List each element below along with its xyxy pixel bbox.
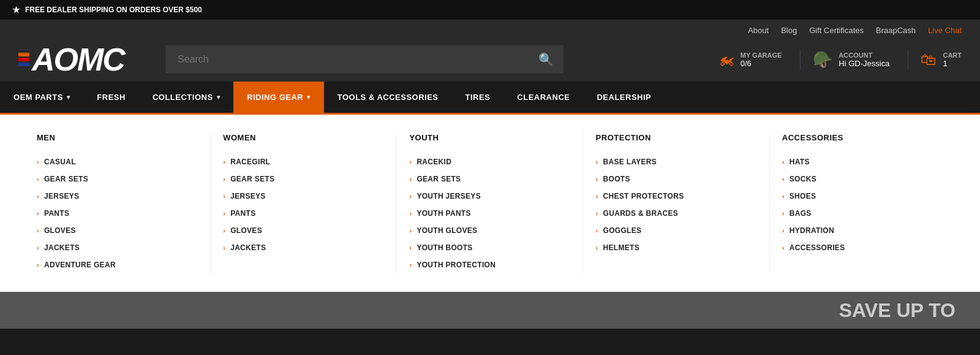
dropdown-item[interactable]: ›JERSEYS — [37, 188, 198, 205]
dropdown-item-label: RACEKID — [417, 158, 451, 166]
account-label: ACCOUNT — [839, 52, 889, 59]
nav-label-tools: TOOLS & ACCESSORIES — [337, 93, 439, 102]
dropdown-item-label: JERSEYS — [44, 192, 79, 200]
dropdown-item-label: YOUTH JERSEYS — [417, 192, 481, 200]
nav-item-tires[interactable]: TIRES — [452, 82, 504, 113]
dropdown-item-label: HYDRATION — [790, 226, 834, 235]
about-link[interactable]: About — [748, 26, 769, 35]
dropdown-col-accessories: ACCESSORIES›HATS›SOCKS›SHOES›BAGS›HYDRAT… — [770, 133, 956, 273]
account-icon: 🪖 — [813, 50, 832, 69]
dropdown-item[interactable]: ›SOCKS — [782, 170, 943, 188]
dropdown-item[interactable]: ›HELMETS — [596, 239, 757, 256]
dropdown-item[interactable]: ›GEAR SETS — [223, 170, 384, 188]
nav-item-dealership[interactable]: DEALERSHIP — [583, 82, 665, 113]
dropdown-item-label: BASE LAYERS — [603, 158, 657, 166]
main-nav: OEM PARTS ▾ FRESH COLLECTIONS ▾ RIDING G… — [0, 82, 980, 113]
dropdown-item-label: CHEST PROTECTORS — [603, 192, 684, 200]
star-icon: ★ — [12, 5, 20, 15]
chevron-right-icon: › — [409, 175, 412, 183]
nav-label-riding-gear: RIDING GEAR — [247, 93, 303, 102]
nav-label-tires: TIRES — [466, 93, 491, 102]
account-icon-item[interactable]: 🪖 ACCOUNT Hi GD-Jessica — [800, 50, 889, 69]
chevron-right-icon: › — [782, 210, 785, 217]
dropdown-col-title-youth: YOUTH — [409, 133, 570, 142]
dropdown-item[interactable]: ›JERSEYS — [223, 188, 384, 205]
dropdown-item[interactable]: ›JACKETS — [37, 239, 198, 256]
dropdown-item[interactable]: ›BAGS — [782, 205, 943, 222]
dropdown-item-label: JACKETS — [44, 243, 80, 252]
dropdown-item-label: YOUTH PANTS — [417, 209, 470, 218]
dropdown-item[interactable]: ›GUARDS & BRACES — [596, 205, 757, 222]
chevron-right-icon: › — [596, 244, 598, 251]
nav-item-riding-gear[interactable]: RIDING GEAR ▾ — [233, 82, 324, 113]
garage-value: 0/6 — [741, 59, 782, 68]
nav-item-clearance[interactable]: CLEARANCE — [503, 82, 583, 113]
header-icons: 🏍 MY GARAGE 0/6 🪖 ACCOUNT Hi GD-Jessica … — [706, 50, 962, 69]
dropdown-item[interactable]: ›BOOTS — [596, 170, 757, 188]
dropdown-item[interactable]: ›GEAR SETS — [37, 170, 198, 188]
chevron-right-icon: › — [782, 175, 785, 183]
search-input[interactable] — [165, 45, 564, 74]
dropdown-item[interactable]: ›ACCESSORIES — [782, 239, 943, 256]
dropdown-item[interactable]: ›BASE LAYERS — [596, 153, 757, 170]
search-icon[interactable]: 🔍 — [538, 52, 554, 67]
garage-icon-item[interactable]: 🏍 MY GARAGE 0/6 — [706, 50, 782, 69]
nav-item-tools[interactable]: TOOLS & ACCESSORIES — [324, 82, 452, 113]
chevron-right-icon: › — [37, 193, 39, 200]
dropdown-item-label: PANTS — [230, 209, 255, 218]
gift-link[interactable]: Gift Certificates — [809, 26, 864, 35]
dropdown-item[interactable]: ›HATS — [782, 153, 943, 170]
bottom-area: SAVE UP TO — [0, 292, 980, 329]
dropdown-item[interactable]: ›JACKETS — [223, 239, 384, 256]
account-info: ACCOUNT Hi GD-Jessica — [839, 52, 889, 68]
cart-icon-item[interactable]: 🛍 CART 1 — [908, 50, 962, 69]
dropdown-item-label: YOUTH BOOTS — [417, 243, 472, 252]
chevron-down-icon: ▾ — [67, 94, 70, 101]
dropdown-item[interactable]: ›GLOVES — [37, 222, 198, 239]
dropdown-item[interactable]: ›CHEST PROTECTORS — [596, 188, 757, 205]
dropdown-item[interactable]: ›PANTS — [37, 205, 198, 222]
chevron-right-icon: › — [596, 158, 598, 166]
dropdown-item[interactable]: ›GLOVES — [223, 222, 384, 239]
dropdown-col-youth: YOUTH›RACEKID›GEAR SETS›YOUTH JERSEYS›YO… — [397, 133, 583, 273]
chevron-right-icon: › — [37, 158, 39, 166]
dropdown-item[interactable]: ›GOGGLES — [596, 222, 757, 239]
dropdown-item[interactable]: ›HYDRATION — [782, 222, 943, 239]
dropdown-item[interactable]: ›YOUTH JERSEYS — [409, 188, 570, 205]
dropdown-item[interactable]: ›ADVENTURE GEAR — [37, 256, 198, 273]
dropdown-item[interactable]: ›YOUTH PROTECTION — [409, 256, 570, 273]
chevron-right-icon: › — [37, 227, 39, 234]
live-chat-link[interactable]: Live Chat — [928, 26, 962, 35]
nav-label-collections: COLLECTIONS — [153, 93, 213, 102]
blog-link[interactable]: Blog — [781, 26, 797, 35]
nav-item-oem-parts[interactable]: OEM PARTS ▾ — [0, 82, 83, 113]
logo[interactable]: AOMC — [18, 44, 153, 75]
dropdown-item[interactable]: ›PANTS — [223, 205, 384, 222]
nav-item-fresh[interactable]: FRESH — [83, 82, 139, 113]
garage-info: MY GARAGE 0/6 — [741, 52, 782, 68]
chevron-right-icon: › — [782, 193, 785, 200]
chevron-right-icon: › — [223, 158, 225, 166]
dropdown-item-label: GEAR SETS — [230, 175, 274, 183]
header-main: AOMC 🔍 🏍 MY GARAGE 0/6 🪖 ACCOUNT Hi GD-J… — [0, 37, 980, 82]
dropdown-item[interactable]: ›SHOES — [782, 188, 943, 205]
nav-item-collections[interactable]: COLLECTIONS ▾ — [139, 82, 233, 113]
dropdown-item-label: GLOVES — [230, 226, 262, 235]
dropdown-item[interactable]: ›CASUAL — [37, 153, 198, 170]
dropdown-item[interactable]: ›RACEGIRL — [223, 153, 384, 170]
dropdown-item[interactable]: ›RACEKID — [409, 153, 570, 170]
chevron-down-icon-riding-gear: ▾ — [307, 94, 311, 101]
dropdown-item[interactable]: ›YOUTH PANTS — [409, 205, 570, 222]
search-container: 🔍 — [165, 45, 564, 74]
dropdown-item[interactable]: ›YOUTH BOOTS — [409, 239, 570, 256]
dropdown-item[interactable]: ›YOUTH GLOVES — [409, 222, 570, 239]
dropdown-item-label: CASUAL — [44, 158, 76, 166]
dropdown-item[interactable]: ›GEAR SETS — [409, 170, 570, 188]
chevron-right-icon: › — [37, 261, 39, 269]
chevron-right-icon: › — [782, 227, 785, 234]
dropdown-item-label: GOGGLES — [603, 226, 642, 235]
dropdown-item-label: YOUTH GLOVES — [417, 226, 477, 235]
braap-link[interactable]: BraapCash — [876, 26, 916, 35]
dropdown-item-label: SHOES — [790, 192, 816, 200]
dropdown-item-label: PANTS — [44, 209, 69, 218]
